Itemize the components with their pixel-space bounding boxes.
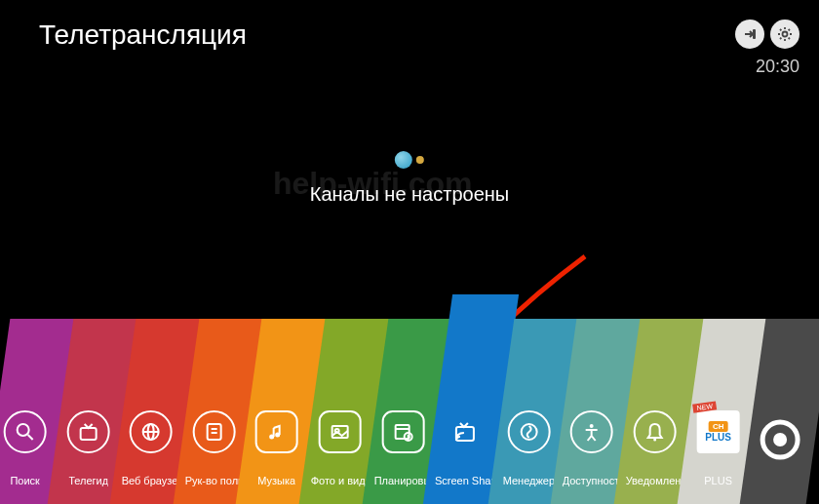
header-right: 20:30 <box>735 19 800 77</box>
music-icon <box>255 410 298 453</box>
photo-icon <box>319 410 362 453</box>
svg-line-3 <box>27 435 32 440</box>
tile-label: Рук-во пользователя <box>184 475 243 486</box>
manager-icon <box>507 410 550 453</box>
share-icon <box>443 410 486 453</box>
tile-label: Музыка <box>257 475 295 486</box>
svg-point-23 <box>773 433 787 446</box>
clock: 20:30 <box>756 57 800 77</box>
status-text: Каналы не настроены <box>310 183 509 206</box>
spinner-icon <box>310 151 509 169</box>
access-icon <box>570 410 613 453</box>
input-icon[interactable] <box>735 19 764 49</box>
tvguide-icon <box>66 410 109 453</box>
tile-label: Screen Share <box>435 475 493 486</box>
settings-icon[interactable] <box>770 19 800 49</box>
guide-icon <box>192 410 235 453</box>
svg-point-1 <box>783 32 788 37</box>
tile-label: Веб браузер <box>122 475 180 486</box>
tile-label: Фото и видео <box>311 475 370 486</box>
tile-label: Уведомления <box>626 475 684 486</box>
svg-point-2 <box>17 424 28 436</box>
schedule-icon <box>381 410 424 453</box>
svg-rect-4 <box>80 428 96 440</box>
tile-label: PLUS <box>704 475 732 486</box>
record-icon <box>759 418 801 465</box>
app-launcher: ПоискТелегидВеб браузерРук-во пользовате… <box>0 319 819 504</box>
plus-icon: NEWCHPLUS <box>696 410 739 453</box>
search-icon <box>3 410 46 453</box>
page-title: Телетрансляция <box>39 19 247 51</box>
svg-point-20 <box>590 424 594 428</box>
web-icon <box>130 410 173 453</box>
status-area: Каналы не настроены <box>310 151 509 206</box>
tile-label: Доступность <box>563 475 621 486</box>
tile-label: Телегид <box>68 475 108 486</box>
svg-rect-15 <box>395 425 409 439</box>
tile-label: Планировщик <box>373 475 432 486</box>
tile-label: Поиск <box>10 475 39 486</box>
tile-label: Менеджер <box>503 475 555 486</box>
svg-rect-0 <box>753 29 756 39</box>
notify-icon <box>634 410 677 453</box>
